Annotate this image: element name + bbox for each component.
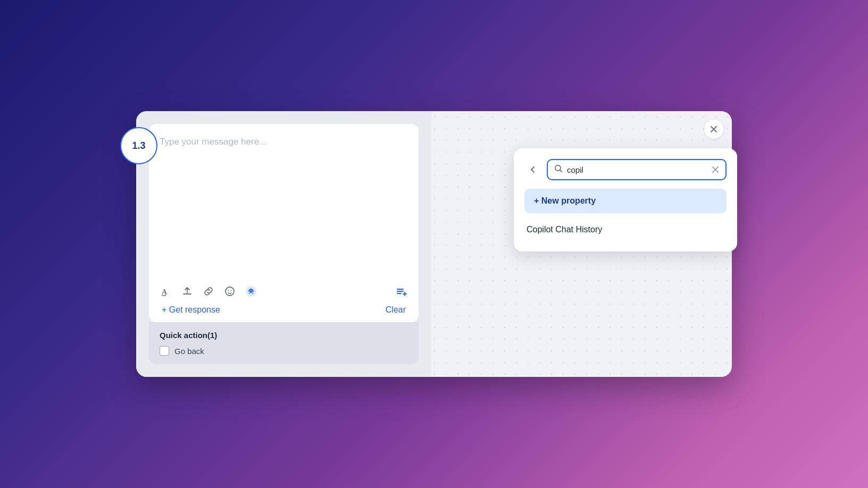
new-property-button[interactable]: + New property	[524, 189, 727, 213]
upload-icon[interactable]	[181, 285, 194, 298]
close-button[interactable]	[704, 120, 723, 139]
clear-input-button[interactable]	[712, 166, 719, 173]
version-badge: 1.3	[120, 127, 157, 164]
svg-point-6	[250, 290, 253, 293]
add-list-icon[interactable]	[395, 285, 408, 298]
svg-point-4	[231, 290, 232, 291]
ai-copilot-icon[interactable]	[245, 285, 257, 298]
result-item-copilot-chat-history[interactable]: Copilot Chat History	[524, 218, 727, 241]
back-button[interactable]	[524, 161, 541, 178]
quick-action-item: Go back	[160, 346, 408, 356]
right-panel: + New property Copilot Chat History	[431, 111, 732, 377]
get-response-button[interactable]: + Get response	[162, 305, 220, 315]
svg-text:A: A	[162, 288, 168, 296]
emoji-icon[interactable]	[223, 285, 236, 298]
quick-actions-panel: Quick action(1) Go back	[149, 322, 419, 364]
go-back-checkbox[interactable]	[160, 346, 169, 356]
search-row	[524, 159, 727, 180]
search-icon	[554, 164, 563, 175]
go-back-label: Go back	[174, 347, 204, 356]
svg-point-3	[228, 290, 229, 291]
search-popup: + New property Copilot Chat History	[514, 148, 737, 251]
left-panel: Type your message here... A	[136, 111, 431, 377]
main-card: 1.3 Type your message here... A	[136, 111, 732, 377]
search-box	[547, 159, 727, 180]
message-placeholder: Type your message here...	[160, 137, 408, 147]
svg-point-2	[226, 287, 234, 296]
message-area: Type your message here... A	[149, 124, 419, 322]
font-icon[interactable]: A	[160, 285, 172, 298]
clear-button[interactable]: Clear	[386, 305, 406, 315]
search-input[interactable]	[567, 165, 707, 174]
link-icon[interactable]	[202, 285, 215, 298]
quick-actions-title: Quick action(1)	[160, 331, 408, 340]
action-row: + Get response Clear	[160, 298, 408, 315]
toolbar: A	[160, 279, 408, 298]
